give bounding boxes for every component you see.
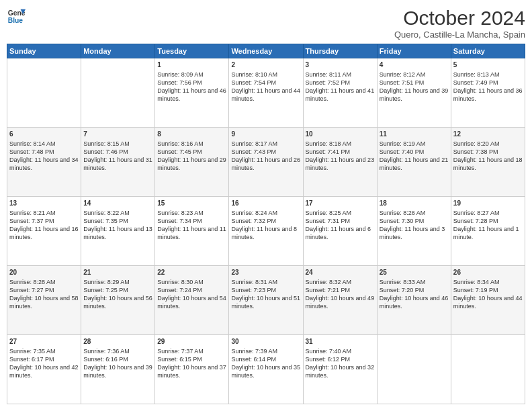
calendar-cell: 23Sunrise: 8:31 AMSunset: 7:23 PMDayligh… xyxy=(229,266,303,335)
day-number: 24 xyxy=(306,268,375,277)
day-number: 18 xyxy=(380,199,449,208)
col-tuesday: Tuesday xyxy=(155,44,229,58)
sunrise: Sunrise: 8:23 AM xyxy=(157,210,204,216)
logo-icon: General Blue xyxy=(7,7,26,26)
sunrise: Sunrise: 8:13 AM xyxy=(453,71,500,78)
calendar-cell: 25Sunrise: 8:33 AMSunset: 7:20 PMDayligh… xyxy=(377,266,451,335)
calendar-cell: 11Sunrise: 8:19 AMSunset: 7:40 PMDayligh… xyxy=(377,128,451,197)
sunset: Sunset: 6:15 PM xyxy=(157,356,202,363)
calendar-cell xyxy=(81,58,155,128)
daylight: Daylight: 11 hours and 3 minutes. xyxy=(380,226,445,240)
daylight: Daylight: 11 hours and 34 minutes. xyxy=(9,156,79,171)
day-number: 17 xyxy=(306,199,375,208)
daylight: Daylight: 10 hours and 35 minutes. xyxy=(231,364,300,379)
calendar-cell: 18Sunrise: 8:26 AMSunset: 7:30 PMDayligh… xyxy=(377,197,451,266)
calendar-table: Sunday Monday Tuesday Wednesday Thursday… xyxy=(7,44,525,404)
daylight: Daylight: 11 hours and 16 minutes. xyxy=(9,226,79,240)
sunset: Sunset: 7:51 PM xyxy=(380,79,425,86)
day-number: 23 xyxy=(231,268,300,277)
day-number: 6 xyxy=(9,130,79,139)
daylight: Daylight: 10 hours and 32 minutes. xyxy=(306,364,375,379)
sunrise: Sunrise: 8:17 AM xyxy=(231,140,277,147)
sunrise: Sunrise: 8:21 AM xyxy=(9,210,56,216)
sunrise: Sunrise: 8:15 AM xyxy=(83,140,130,147)
daylight: Daylight: 11 hours and 23 minutes. xyxy=(306,156,375,171)
sunrise: Sunrise: 8:26 AM xyxy=(380,210,426,216)
col-monday: Monday xyxy=(81,44,155,58)
col-saturday: Saturday xyxy=(451,44,525,58)
calendar-cell: 9Sunrise: 8:17 AMSunset: 7:43 PMDaylight… xyxy=(229,128,303,197)
sunset: Sunset: 6:14 PM xyxy=(231,356,276,363)
daylight: Daylight: 10 hours and 42 minutes. xyxy=(9,364,79,379)
sunset: Sunset: 7:41 PM xyxy=(306,148,351,155)
daylight: Daylight: 11 hours and 39 minutes. xyxy=(380,87,449,102)
calendar-cell: 4Sunrise: 8:12 AMSunset: 7:51 PMDaylight… xyxy=(377,58,451,128)
sunset: Sunset: 7:30 PM xyxy=(380,218,425,224)
logo: General Blue xyxy=(7,7,26,26)
day-number: 8 xyxy=(157,130,226,139)
day-number: 31 xyxy=(306,337,375,347)
sunset: Sunset: 7:25 PM xyxy=(83,287,128,293)
day-number: 9 xyxy=(231,130,300,139)
sunset: Sunset: 7:20 PM xyxy=(380,287,425,293)
daylight: Daylight: 11 hours and 18 minutes. xyxy=(453,156,523,171)
day-number: 3 xyxy=(306,60,375,70)
sunrise: Sunrise: 8:10 AM xyxy=(231,71,277,78)
svg-text:Blue: Blue xyxy=(8,17,24,24)
calendar-cell: 31Sunrise: 7:40 AMSunset: 6:12 PMDayligh… xyxy=(303,335,377,404)
calendar-cell: 19Sunrise: 8:27 AMSunset: 7:28 PMDayligh… xyxy=(451,197,525,266)
calendar-header-row: Sunday Monday Tuesday Wednesday Thursday… xyxy=(7,44,525,58)
calendar-cell: 10Sunrise: 8:18 AMSunset: 7:41 PMDayligh… xyxy=(303,128,377,197)
calendar-cell: 6Sunrise: 8:14 AMSunset: 7:48 PMDaylight… xyxy=(7,128,81,197)
daylight: Daylight: 11 hours and 13 minutes. xyxy=(83,226,152,240)
sunset: Sunset: 7:27 PM xyxy=(9,287,54,293)
daylight: Daylight: 11 hours and 1 minute. xyxy=(453,226,519,240)
day-number: 13 xyxy=(9,199,79,208)
day-number: 12 xyxy=(453,130,523,139)
day-number: 4 xyxy=(380,60,449,70)
sunset: Sunset: 6:16 PM xyxy=(83,356,128,363)
sunset: Sunset: 7:54 PM xyxy=(231,79,276,86)
page-header: General Blue October 2024 Quero, Castill… xyxy=(7,7,525,40)
day-number: 20 xyxy=(9,268,79,277)
sunrise: Sunrise: 7:39 AM xyxy=(231,348,277,355)
title-block: October 2024 Quero, Castille-La Mancha, … xyxy=(394,7,525,40)
sunrise: Sunrise: 8:30 AM xyxy=(157,279,204,285)
calendar-cell: 5Sunrise: 8:13 AMSunset: 7:49 PMDaylight… xyxy=(451,58,525,128)
day-number: 2 xyxy=(231,60,300,70)
sunset: Sunset: 7:38 PM xyxy=(453,148,498,155)
calendar-cell: 3Sunrise: 8:11 AMSunset: 7:52 PMDaylight… xyxy=(303,58,377,128)
calendar-week-row: 13Sunrise: 8:21 AMSunset: 7:37 PMDayligh… xyxy=(7,197,525,266)
daylight: Daylight: 11 hours and 41 minutes. xyxy=(306,87,375,102)
col-thursday: Thursday xyxy=(303,44,377,58)
sunrise: Sunrise: 8:33 AM xyxy=(380,279,426,285)
location: Quero, Castille-La Mancha, Spain xyxy=(394,30,525,40)
day-number: 26 xyxy=(453,268,523,277)
calendar-cell: 13Sunrise: 8:21 AMSunset: 7:37 PMDayligh… xyxy=(7,197,81,266)
calendar-cell xyxy=(451,335,525,404)
sunrise: Sunrise: 8:11 AM xyxy=(306,71,352,78)
calendar-week-row: 6Sunrise: 8:14 AMSunset: 7:48 PMDaylight… xyxy=(7,128,525,197)
day-number: 10 xyxy=(306,130,375,139)
sunset: Sunset: 7:43 PM xyxy=(231,148,276,155)
sunset: Sunset: 7:35 PM xyxy=(83,218,128,224)
daylight: Daylight: 11 hours and 8 minutes. xyxy=(231,226,297,240)
daylight: Daylight: 11 hours and 31 minutes. xyxy=(83,156,152,171)
calendar-cell: 15Sunrise: 8:23 AMSunset: 7:34 PMDayligh… xyxy=(155,197,229,266)
daylight: Daylight: 11 hours and 21 minutes. xyxy=(380,156,449,171)
day-number: 27 xyxy=(9,337,79,347)
sunset: Sunset: 7:34 PM xyxy=(157,218,202,224)
sunrise: Sunrise: 8:29 AM xyxy=(83,279,130,285)
sunrise: Sunrise: 8:22 AM xyxy=(83,210,130,216)
day-number: 21 xyxy=(83,268,152,277)
daylight: Daylight: 10 hours and 44 minutes. xyxy=(453,295,523,310)
sunrise: Sunrise: 8:25 AM xyxy=(306,210,352,216)
daylight: Daylight: 11 hours and 6 minutes. xyxy=(306,226,371,240)
sunset: Sunset: 7:23 PM xyxy=(231,287,276,293)
sunset: Sunset: 6:12 PM xyxy=(306,356,351,363)
sunrise: Sunrise: 7:35 AM xyxy=(9,348,56,355)
calendar-cell: 28Sunrise: 7:36 AMSunset: 6:16 PMDayligh… xyxy=(81,335,155,404)
day-number: 16 xyxy=(231,199,300,208)
sunset: Sunset: 7:40 PM xyxy=(380,148,425,155)
daylight: Daylight: 10 hours and 56 minutes. xyxy=(83,295,152,310)
